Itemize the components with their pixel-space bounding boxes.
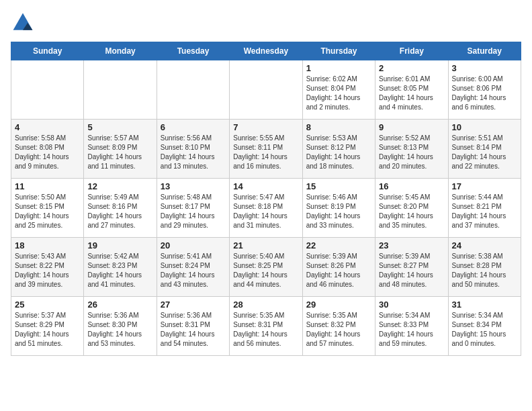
logo-icon	[11, 11, 35, 35]
day-number: 6	[161, 122, 226, 132]
calendar-body: 1Sunrise: 6:02 AM Sunset: 8:04 PM Daylig…	[11, 60, 521, 356]
day-info: Sunrise: 5:55 AM Sunset: 8:11 PM Dayligh…	[233, 134, 298, 171]
week-row-2: 4Sunrise: 5:58 AM Sunset: 8:08 PM Daylig…	[11, 120, 521, 179]
day-info: Sunrise: 5:40 AM Sunset: 8:25 PM Dayligh…	[233, 252, 298, 289]
day-number: 10	[452, 122, 517, 132]
day-info: Sunrise: 5:49 AM Sunset: 8:16 PM Dayligh…	[87, 193, 152, 230]
day-number: 11	[15, 181, 80, 191]
week-row-5: 25Sunrise: 5:37 AM Sunset: 8:29 PM Dayli…	[11, 297, 521, 356]
day-info: Sunrise: 5:43 AM Sunset: 8:22 PM Dayligh…	[15, 252, 80, 289]
day-cell: 24Sunrise: 5:38 AM Sunset: 8:28 PM Dayli…	[448, 238, 521, 297]
day-cell: 31Sunrise: 5:34 AM Sunset: 8:34 PM Dayli…	[448, 297, 521, 356]
day-number: 18	[15, 240, 80, 250]
header-cell-tuesday: Tuesday	[157, 42, 229, 60]
day-info: Sunrise: 6:01 AM Sunset: 8:05 PM Dayligh…	[379, 75, 444, 112]
day-info: Sunrise: 5:34 AM Sunset: 8:33 PM Dayligh…	[379, 311, 444, 349]
header-cell-sunday: Sunday	[11, 42, 84, 60]
day-cell: 21Sunrise: 5:40 AM Sunset: 8:25 PM Dayli…	[230, 238, 302, 297]
day-info: Sunrise: 5:39 AM Sunset: 8:27 PM Dayligh…	[379, 252, 444, 289]
header-cell-friday: Friday	[375, 42, 448, 60]
day-cell: 6Sunrise: 5:56 AM Sunset: 8:10 PM Daylig…	[157, 120, 229, 179]
day-cell	[157, 60, 229, 120]
week-row-1: 1Sunrise: 6:02 AM Sunset: 8:04 PM Daylig…	[11, 60, 521, 120]
day-cell: 3Sunrise: 6:00 AM Sunset: 8:06 PM Daylig…	[448, 60, 521, 120]
day-info: Sunrise: 5:50 AM Sunset: 8:15 PM Dayligh…	[15, 193, 80, 230]
day-cell: 19Sunrise: 5:42 AM Sunset: 8:23 PM Dayli…	[84, 238, 157, 297]
day-number: 13	[161, 181, 226, 191]
day-number: 29	[306, 300, 371, 310]
day-cell: 15Sunrise: 5:46 AM Sunset: 8:19 PM Dayli…	[302, 179, 375, 238]
day-number: 15	[306, 181, 371, 191]
day-cell: 11Sunrise: 5:50 AM Sunset: 8:15 PM Dayli…	[11, 179, 84, 238]
day-cell: 30Sunrise: 5:34 AM Sunset: 8:33 PM Dayli…	[375, 297, 448, 356]
day-cell: 17Sunrise: 5:44 AM Sunset: 8:21 PM Dayli…	[448, 179, 521, 238]
day-cell: 18Sunrise: 5:43 AM Sunset: 8:22 PM Dayli…	[11, 238, 84, 297]
calendar-table: SundayMondayTuesdayWednesdayThursdayFrid…	[11, 42, 521, 356]
header-cell-wednesday: Wednesday	[230, 42, 302, 60]
day-info: Sunrise: 5:41 AM Sunset: 8:24 PM Dayligh…	[161, 252, 226, 289]
day-number: 28	[233, 300, 298, 310]
day-cell: 26Sunrise: 5:36 AM Sunset: 8:30 PM Dayli…	[84, 297, 157, 356]
day-info: Sunrise: 5:35 AM Sunset: 8:31 PM Dayligh…	[233, 311, 298, 349]
day-number: 20	[161, 240, 226, 250]
day-number: 8	[306, 122, 371, 132]
day-number: 17	[452, 181, 517, 191]
day-number: 16	[379, 181, 444, 191]
day-cell: 22Sunrise: 5:39 AM Sunset: 8:26 PM Dayli…	[302, 238, 375, 297]
header-cell-monday: Monday	[84, 42, 157, 60]
day-info: Sunrise: 5:46 AM Sunset: 8:19 PM Dayligh…	[306, 193, 371, 230]
page-wrapper: SundayMondayTuesdayWednesdayThursdayFrid…	[11, 11, 521, 356]
day-cell: 8Sunrise: 5:53 AM Sunset: 8:12 PM Daylig…	[302, 120, 375, 179]
day-number: 2	[379, 63, 444, 73]
week-row-3: 11Sunrise: 5:50 AM Sunset: 8:15 PM Dayli…	[11, 179, 521, 238]
day-number: 21	[233, 240, 298, 250]
day-info: Sunrise: 5:36 AM Sunset: 8:30 PM Dayligh…	[87, 311, 152, 349]
day-cell: 27Sunrise: 5:36 AM Sunset: 8:31 PM Dayli…	[157, 297, 229, 356]
day-info: Sunrise: 5:47 AM Sunset: 8:18 PM Dayligh…	[233, 193, 298, 230]
day-info: Sunrise: 5:42 AM Sunset: 8:23 PM Dayligh…	[87, 252, 152, 289]
day-info: Sunrise: 5:39 AM Sunset: 8:26 PM Dayligh…	[306, 252, 371, 289]
day-cell	[11, 60, 84, 120]
day-cell: 14Sunrise: 5:47 AM Sunset: 8:18 PM Dayli…	[230, 179, 302, 238]
day-number: 9	[379, 122, 444, 132]
day-info: Sunrise: 5:38 AM Sunset: 8:28 PM Dayligh…	[452, 252, 517, 289]
week-row-4: 18Sunrise: 5:43 AM Sunset: 8:22 PM Dayli…	[11, 238, 521, 297]
day-cell: 12Sunrise: 5:49 AM Sunset: 8:16 PM Dayli…	[84, 179, 157, 238]
day-cell: 16Sunrise: 5:45 AM Sunset: 8:20 PM Dayli…	[375, 179, 448, 238]
day-number: 24	[452, 240, 517, 250]
day-number: 5	[87, 122, 152, 132]
day-number: 22	[306, 240, 371, 250]
day-info: Sunrise: 5:52 AM Sunset: 8:13 PM Dayligh…	[379, 134, 444, 171]
calendar-header: SundayMondayTuesdayWednesdayThursdayFrid…	[11, 42, 521, 60]
day-cell: 7Sunrise: 5:55 AM Sunset: 8:11 PM Daylig…	[230, 120, 302, 179]
day-number: 12	[87, 181, 152, 191]
day-cell: 5Sunrise: 5:57 AM Sunset: 8:09 PM Daylig…	[84, 120, 157, 179]
day-number: 4	[15, 122, 80, 132]
day-cell	[230, 60, 302, 120]
day-number: 26	[87, 300, 152, 310]
day-info: Sunrise: 6:02 AM Sunset: 8:04 PM Dayligh…	[306, 75, 371, 112]
header-cell-saturday: Saturday	[448, 42, 521, 60]
day-cell: 29Sunrise: 5:35 AM Sunset: 8:32 PM Dayli…	[302, 297, 375, 356]
day-number: 31	[452, 300, 517, 310]
day-info: Sunrise: 5:57 AM Sunset: 8:09 PM Dayligh…	[87, 134, 152, 171]
day-cell: 13Sunrise: 5:48 AM Sunset: 8:17 PM Dayli…	[157, 179, 229, 238]
day-info: Sunrise: 5:44 AM Sunset: 8:21 PM Dayligh…	[452, 193, 517, 230]
day-info: Sunrise: 5:45 AM Sunset: 8:20 PM Dayligh…	[379, 193, 444, 230]
day-number: 19	[87, 240, 152, 250]
day-number: 14	[233, 181, 298, 191]
header-cell-thursday: Thursday	[302, 42, 375, 60]
day-cell: 1Sunrise: 6:02 AM Sunset: 8:04 PM Daylig…	[302, 60, 375, 120]
day-number: 23	[379, 240, 444, 250]
day-number: 3	[452, 63, 517, 73]
day-number: 27	[161, 300, 226, 310]
header	[11, 11, 521, 35]
day-info: Sunrise: 5:35 AM Sunset: 8:32 PM Dayligh…	[306, 311, 371, 349]
day-info: Sunrise: 5:53 AM Sunset: 8:12 PM Dayligh…	[306, 134, 371, 171]
day-cell: 2Sunrise: 6:01 AM Sunset: 8:05 PM Daylig…	[375, 60, 448, 120]
day-info: Sunrise: 5:37 AM Sunset: 8:29 PM Dayligh…	[15, 311, 80, 349]
day-cell: 4Sunrise: 5:58 AM Sunset: 8:08 PM Daylig…	[11, 120, 84, 179]
day-cell: 10Sunrise: 5:51 AM Sunset: 8:14 PM Dayli…	[448, 120, 521, 179]
day-cell: 9Sunrise: 5:52 AM Sunset: 8:13 PM Daylig…	[375, 120, 448, 179]
logo	[11, 11, 38, 35]
